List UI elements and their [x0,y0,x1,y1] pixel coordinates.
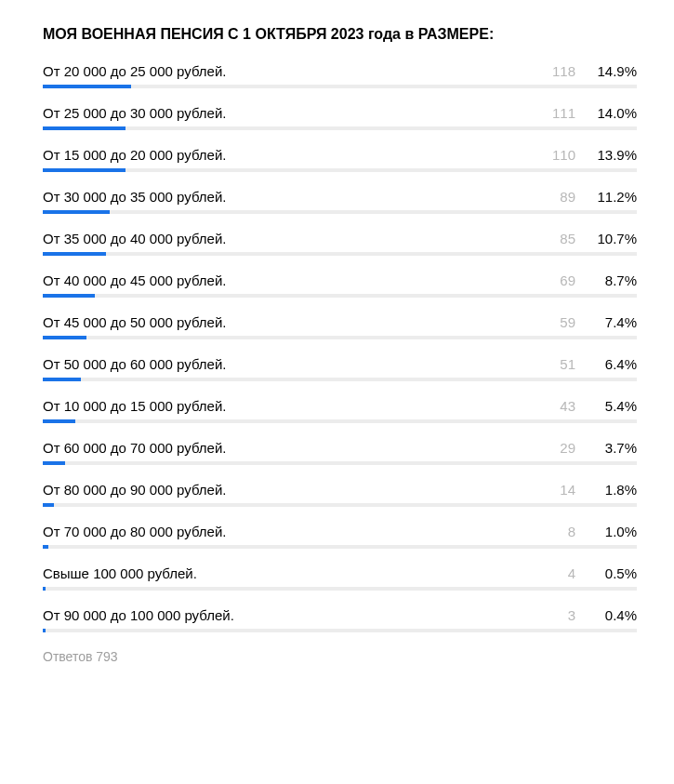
poll-option[interactable]: От 90 000 до 100 000 рублей.30.4% [43,607,637,632]
option-label: От 90 000 до 100 000 рублей. [43,607,536,623]
option-percent: 14.0% [588,105,637,121]
poll-option[interactable]: От 40 000 до 45 000 рублей.698.7% [43,272,637,298]
option-count: 4 [549,565,575,581]
poll-option[interactable]: От 70 000 до 80 000 рублей.81.0% [43,524,637,549]
option-percent: 10.7% [588,231,637,246]
option-bar-fill [43,126,126,130]
option-bar-fill [43,210,110,214]
option-count: 14 [549,482,575,498]
poll-results-list: От 20 000 до 25 000 рублей.11814.9%От 25… [43,63,637,632]
option-bar-track [43,336,637,339]
option-bar-fill [43,503,54,507]
poll-title: МОЯ ВОЕННАЯ ПЕНСИЯ С 1 ОКТЯБРЯ 2023 года… [43,26,637,43]
poll-option[interactable]: От 45 000 до 50 000 рублей.597.4% [43,314,637,339]
option-label: От 70 000 до 80 000 рублей. [43,524,536,539]
option-bar-fill [43,252,106,256]
option-label: От 20 000 до 25 000 рублей. [43,63,536,79]
option-bar-track [43,503,637,507]
option-label: От 45 000 до 50 000 рублей. [43,314,536,330]
option-count: 51 [549,356,575,372]
poll-option[interactable]: От 30 000 до 35 000 рублей.8911.2% [43,189,637,214]
option-count: 59 [549,314,575,330]
poll-option[interactable]: От 20 000 до 25 000 рублей.11814.9% [43,63,637,88]
option-bar-track [43,126,637,130]
option-label: От 10 000 до 15 000 рублей. [43,398,536,414]
option-bar-track [43,545,637,549]
option-bar-track [43,419,637,423]
option-percent: 8.7% [588,272,637,288]
option-label: От 25 000 до 30 000 рублей. [43,105,536,121]
option-count: 3 [549,607,575,623]
option-label: От 60 000 до 70 000 рублей. [43,440,536,456]
option-bar-fill [43,85,131,88]
option-count: 111 [549,105,575,121]
option-bar-track [43,587,637,591]
poll-option[interactable]: От 50 000 до 60 000 рублей.516.4% [43,356,637,381]
option-percent: 5.4% [588,398,637,414]
option-bar-track [43,378,637,381]
option-bar-fill [43,168,126,172]
responses-count: Ответов 793 [43,649,637,664]
option-label: От 80 000 до 90 000 рублей. [43,482,536,498]
option-bar-fill [43,294,95,298]
option-bar-track [43,294,637,298]
poll-option[interactable]: От 60 000 до 70 000 рублей.293.7% [43,440,637,465]
option-bar-fill [43,336,86,339]
option-count: 110 [549,147,575,163]
poll-option[interactable]: От 15 000 до 20 000 рублей.11013.9% [43,147,637,172]
option-percent: 6.4% [588,356,637,372]
option-label: От 35 000 до 40 000 рублей. [43,231,536,246]
option-count: 85 [549,231,575,246]
option-bar-track [43,85,637,88]
option-bar-track [43,210,637,214]
poll-option[interactable]: Свыше 100 000 рублей.40.5% [43,565,637,591]
option-percent: 1.8% [588,482,637,498]
option-bar-fill [43,545,48,549]
option-label: От 40 000 до 45 000 рублей. [43,272,536,288]
poll-option[interactable]: От 80 000 до 90 000 рублей.141.8% [43,482,637,507]
option-label: Свыше 100 000 рублей. [43,565,536,581]
option-label: От 15 000 до 20 000 рублей. [43,147,536,163]
option-percent: 0.4% [588,607,637,623]
option-bar-track [43,629,637,632]
option-percent: 11.2% [588,189,637,205]
option-bar-fill [43,378,81,381]
poll-option[interactable]: От 10 000 до 15 000 рублей.435.4% [43,398,637,423]
option-count: 118 [549,63,575,79]
option-percent: 0.5% [588,565,637,581]
option-percent: 1.0% [588,524,637,539]
option-percent: 13.9% [588,147,637,163]
option-label: От 50 000 до 60 000 рублей. [43,356,536,372]
option-bar-fill [43,419,75,423]
option-bar-fill [43,587,46,591]
option-bar-track [43,168,637,172]
option-count: 43 [549,398,575,414]
poll-option[interactable]: От 35 000 до 40 000 рублей.8510.7% [43,231,637,256]
option-bar-fill [43,461,65,465]
option-count: 69 [549,272,575,288]
option-label: От 30 000 до 35 000 рублей. [43,189,536,205]
option-bar-fill [43,629,46,632]
option-bar-track [43,252,637,256]
poll-option[interactable]: От 25 000 до 30 000 рублей.11114.0% [43,105,637,130]
option-percent: 7.4% [588,314,637,330]
option-percent: 3.7% [588,440,637,456]
option-bar-track [43,461,637,465]
option-count: 29 [549,440,575,456]
option-count: 89 [549,189,575,205]
option-percent: 14.9% [588,63,637,79]
option-count: 8 [549,524,575,539]
